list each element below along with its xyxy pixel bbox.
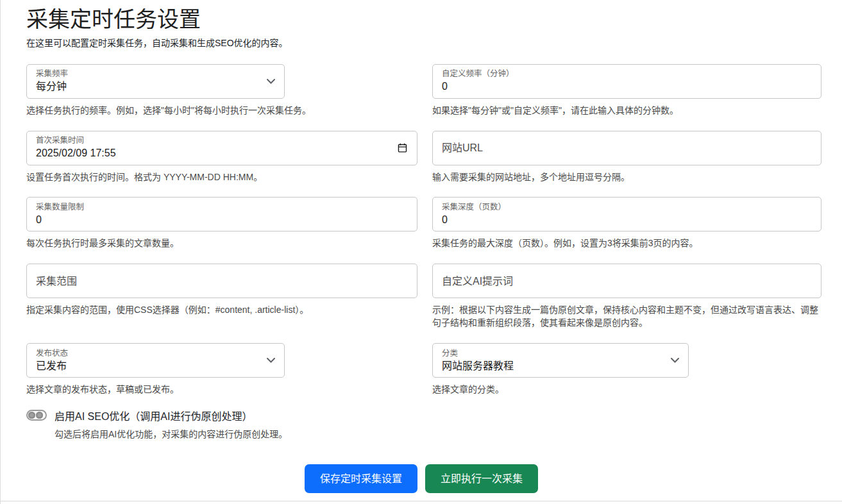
ai-prompt-field bbox=[432, 264, 821, 298]
custom-frequency-field: 自定义频率（分钟） bbox=[432, 64, 821, 99]
site-url-input[interactable] bbox=[442, 141, 812, 155]
collect-scope-field bbox=[26, 264, 417, 298]
chevron-down-icon bbox=[267, 358, 275, 363]
ai-seo-toggle-helper: 勾选后将启用AI优化功能，对采集的内容进行伪原创处理。 bbox=[55, 428, 842, 441]
first-run-time-label: 首次采集时间 bbox=[36, 135, 392, 146]
category-helper: 选择文章的分类。 bbox=[432, 383, 821, 396]
page-title: 采集定时任务设置 bbox=[26, 6, 842, 32]
collect-depth-helper: 采集任务的最大深度（页数）。例如，设置为3将采集前3页的内容。 bbox=[432, 237, 821, 250]
publish-status-field-group: 发布状态 已发布 选择文章的发布状态，草稿或已发布。 bbox=[26, 343, 417, 396]
ai-prompt-field-group: 示例：根据以下内容生成一篇伪原创文章，保持核心内容和主题不变，但通过改写语言表达… bbox=[432, 264, 821, 330]
save-settings-button[interactable]: 保存定时采集设置 bbox=[305, 464, 417, 493]
chevron-down-icon bbox=[267, 79, 275, 84]
frequency-label: 采集频率 bbox=[36, 69, 262, 80]
custom-frequency-input[interactable] bbox=[442, 80, 812, 94]
publish-status-value: 已发布 bbox=[36, 359, 262, 373]
category-select[interactable]: 分类 网站服务器教程 bbox=[432, 343, 689, 378]
custom-frequency-label: 自定义频率（分钟） bbox=[442, 69, 812, 80]
collect-scope-helper: 指定采集内容的范围，使用CSS选择器（例如：#content, .article… bbox=[26, 304, 417, 317]
collection-task-settings-page: 采集定时任务设置 在这里可以配置定时采集任务，自动采集和生成SEO优化的内容。 … bbox=[1, 0, 842, 493]
collect-limit-input[interactable] bbox=[36, 213, 408, 227]
settings-form: 采集频率 每分钟 选择任务执行的频率。例如，选择"每小时"将每小时执行一次采集任… bbox=[26, 64, 842, 396]
site-url-field-group: 输入需要采集的网站地址，多个地址用逗号分隔。 bbox=[432, 131, 821, 184]
collect-depth-field-group: 采集深度（页数） 采集任务的最大深度（页数）。例如，设置为3将采集前3页的内容。 bbox=[432, 197, 821, 250]
frequency-value: 每分钟 bbox=[36, 80, 262, 94]
first-run-time-field: 首次采集时间 bbox=[26, 131, 417, 165]
custom-frequency-field-group: 自定义频率（分钟） 如果选择"每分钟"或"自定义频率"，请在此输入具体的分钟数。 bbox=[432, 64, 821, 117]
calendar-icon[interactable] bbox=[397, 142, 408, 153]
bottom-divider bbox=[1, 501, 842, 501]
first-run-time-field-group: 首次采集时间 设置任务首次执行的时间。格式为 YYYY-MM-DD HH:MM。 bbox=[26, 131, 417, 184]
site-url-field bbox=[432, 131, 821, 165]
custom-frequency-helper: 如果选择"每分钟"或"自定义频率"，请在此输入具体的分钟数。 bbox=[432, 105, 821, 117]
toggle-knob bbox=[28, 412, 35, 419]
ai-prompt-input[interactable] bbox=[442, 274, 812, 289]
category-field-group: 分类 网站服务器教程 选择文章的分类。 bbox=[432, 343, 821, 396]
chevron-down-icon bbox=[671, 358, 679, 363]
collect-scope-field-group: 指定采集内容的范围，使用CSS选择器（例如：#content, .article… bbox=[26, 264, 417, 317]
site-url-helper: 输入需要采集的网站地址，多个地址用逗号分隔。 bbox=[432, 171, 821, 184]
category-value: 网站服务器教程 bbox=[442, 359, 666, 373]
category-label: 分类 bbox=[442, 348, 666, 359]
page-subtitle: 在这里可以配置定时采集任务，自动采集和生成SEO优化的内容。 bbox=[26, 37, 842, 50]
collect-scope-input[interactable] bbox=[36, 274, 408, 289]
ai-seo-toggle[interactable] bbox=[26, 410, 47, 421]
collect-limit-field: 采集数量限制 bbox=[26, 197, 417, 231]
toggle-knob bbox=[36, 412, 43, 419]
first-run-time-helper: 设置任务首次执行的时间。格式为 YYYY-MM-DD HH:MM。 bbox=[26, 171, 417, 184]
ai-prompt-helper: 示例：根据以下内容生成一篇伪原创文章，保持核心内容和主题不变，但通过改写语言表达… bbox=[432, 304, 821, 330]
collect-depth-label: 采集深度（页数） bbox=[442, 202, 812, 213]
collect-depth-input[interactable] bbox=[442, 213, 812, 227]
action-buttons: 保存定时采集设置 立即执行一次采集 bbox=[26, 464, 842, 493]
collect-limit-helper: 每次任务执行时最多采集的文章数量。 bbox=[26, 237, 417, 250]
collect-depth-field: 采集深度（页数） bbox=[432, 197, 821, 231]
collection-frequency-select[interactable]: 采集频率 每分钟 bbox=[26, 64, 285, 99]
run-once-button[interactable]: 立即执行一次采集 bbox=[425, 464, 538, 493]
ai-seo-toggle-label: 启用AI SEO优化（调用AI进行伪原创处理） bbox=[55, 408, 252, 423]
publish-status-label: 发布状态 bbox=[36, 348, 262, 359]
first-run-time-input[interactable] bbox=[36, 146, 392, 160]
collect-limit-field-group: 采集数量限制 每次任务执行时最多采集的文章数量。 bbox=[26, 197, 417, 250]
publish-status-helper: 选择文章的发布状态，草稿或已发布。 bbox=[26, 383, 417, 396]
ai-seo-toggle-row: 启用AI SEO优化（调用AI进行伪原创处理） bbox=[26, 408, 842, 423]
frequency-helper: 选择任务执行的频率。例如，选择"每小时"将每小时执行一次采集任务。 bbox=[26, 105, 417, 117]
collect-limit-label: 采集数量限制 bbox=[36, 202, 408, 213]
frequency-field-group: 采集频率 每分钟 选择任务执行的频率。例如，选择"每小时"将每小时执行一次采集任… bbox=[26, 64, 417, 117]
publish-status-select[interactable]: 发布状态 已发布 bbox=[26, 343, 285, 378]
